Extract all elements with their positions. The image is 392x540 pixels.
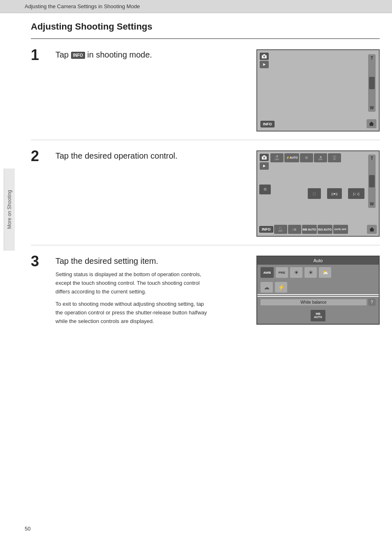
ctrl-face-detect[interactable]: ((●)) — [327, 188, 342, 199]
wb-option-awb[interactable]: AWB — [261, 267, 274, 278]
camera-screen-2: ↺ OFF ⚡AUTO ⊡ ⊕ OFF □□ 00 — [256, 150, 380, 237]
screen2-camera-icon — [260, 154, 269, 161]
page-title: Adjusting Shooting Settings — [31, 13, 380, 39]
screen2-zoom-indicator — [369, 175, 375, 187]
svg-marker-9 — [369, 227, 374, 232]
wb-option-tungsten[interactable]: ⚡ — [275, 282, 287, 293]
info-btn-screen1[interactable]: INFO — [261, 121, 274, 127]
wb-option-shade[interactable]: ☁ — [261, 282, 273, 293]
screen3-divider — [257, 295, 379, 296]
svg-point-2 — [263, 55, 265, 58]
camera-screen-1: T W INFO — [256, 49, 380, 132]
screen2-middle-row: ⬚ ((●)) [♪ ♩] — [259, 188, 367, 199]
top-bar-text: Adjusting the Camera Settings in Shootin… — [25, 3, 140, 9]
svg-point-7 — [263, 157, 265, 159]
step-2-row: 2 Tap the desired operation control. — [31, 140, 380, 245]
step-3-description: Setting status is displayed at the botto… — [55, 270, 212, 326]
step-2-content: Tap the desired operation control. — [55, 150, 248, 165]
ctrl-continuous[interactable]: □□ 00 — [328, 153, 341, 162]
step-2-image: ↺ OFF ⚡AUTO ⊡ ⊕ OFF □□ 00 — [256, 150, 380, 237]
screen2-left-icons — [260, 154, 269, 170]
ctrl-iso[interactable]: ISO AUTO — [318, 225, 332, 234]
main-content: Adjusting Shooting Settings 1 Tap INFO i… — [18, 13, 392, 355]
top-bar: Adjusting the Camera Settings in Shootin… — [0, 0, 392, 13]
zoom-indicator — [369, 77, 375, 89]
step-1-image: T W INFO — [256, 49, 380, 132]
page-number: 50 — [18, 526, 30, 532]
screen2-zoom-bar[interactable]: T W — [368, 155, 376, 208]
step-3-number: 3 — [31, 254, 47, 269]
wb-option-sunny[interactable]: ☀ — [290, 267, 302, 278]
wb-option-flash[interactable]: ☀ — [304, 267, 317, 278]
svg-rect-6 — [263, 155, 265, 157]
zoom-bar[interactable]: T W — [368, 54, 376, 112]
ctrl-touch-shoot[interactable]: ⊡ — [259, 185, 271, 194]
sidebar-label: More on Shooting — [4, 168, 15, 251]
ctrl-sound[interactable]: [♪ ♩] — [348, 188, 364, 199]
screen2-zoom-w: W — [370, 202, 374, 206]
screen3-header: Auto — [257, 256, 379, 265]
ctrl-live-view[interactable]: ⬚ — [308, 188, 321, 199]
step-3-title: Tap the desired setting item. — [55, 256, 248, 266]
step-3-content: Tap the desired setting item. Setting st… — [55, 256, 248, 330]
step-1-row: 1 Tap INFO in shooting mode. — [31, 39, 380, 140]
screen3-label-text: White balance — [261, 299, 367, 305]
wb-auto-selected[interactable]: WBAUTO — [311, 310, 325, 321]
ctrl-flash[interactable]: ⚡AUTO — [284, 153, 299, 162]
zoom-t-label: T — [371, 56, 373, 60]
svg-rect-1 — [263, 54, 265, 55]
play-icon — [260, 61, 269, 68]
screen3-icons-row1: AWB PRE ☀ ☀ ⛅ — [257, 265, 379, 280]
camera-screen-3: Auto AWB PRE ☀ ☀ ⛅ — [256, 256, 380, 325]
info-button-icon: INFO — [71, 52, 85, 59]
sidebar: More on Shooting — [0, 25, 18, 540]
camera-icon — [260, 53, 269, 60]
screen2-zoom-t: T — [371, 156, 373, 161]
step-2-title: Tap the desired operation control. — [55, 150, 248, 161]
svg-marker-8 — [263, 165, 266, 168]
step-1-content: Tap INFO in shooting mode. — [55, 49, 248, 64]
screen1-left-icons — [260, 53, 269, 68]
step-1-title: Tap INFO in shooting mode. — [55, 49, 248, 60]
screen3-bottom: WBAUTO — [257, 307, 379, 324]
step-1-number: 1 — [31, 48, 47, 62]
ctrl-date[interactable]: DATE OFF — [333, 225, 348, 234]
screen3-help-btn[interactable]: ? — [368, 298, 376, 306]
screen3-label-bar: White balance ? — [257, 297, 379, 307]
step-3-row: 3 Tap the desired setting item. Setting … — [31, 245, 380, 338]
wb-option-cloudy[interactable]: ⛅ — [319, 267, 331, 278]
ctrl-metering[interactable]: ⊕ OFF — [314, 153, 327, 162]
svg-marker-3 — [263, 63, 266, 66]
screen2-home-btn[interactable] — [367, 225, 377, 234]
ctrl-bottom-2[interactable]: □S — [288, 225, 301, 234]
step-3-image: Auto AWB PRE ☀ ☀ ⛅ — [256, 256, 380, 325]
screen3-icons-row2: ☁ ⚡ — [257, 280, 379, 294]
zoom-w-label: W — [370, 106, 374, 110]
camera-icon-group — [260, 53, 269, 68]
screen2-top-controls: ↺ OFF ⚡AUTO ⊡ ⊕ OFF □□ 00 — [270, 153, 367, 162]
ctrl-wb[interactable]: WB AUTO — [302, 225, 317, 234]
screen2-play-icon — [260, 162, 269, 170]
screen2-info-btn[interactable]: INFO — [259, 226, 273, 233]
ctrl-bottom-1[interactable]: ⬚ OFF — [274, 225, 287, 234]
ctrl-self-timer[interactable]: ↺ OFF — [270, 153, 284, 162]
wb-option-pre[interactable]: PRE — [276, 267, 288, 278]
home-btn-screen1[interactable] — [367, 119, 376, 128]
svg-marker-4 — [369, 122, 374, 126]
screen2-bottom-row: INFO ⬚ OFF □S WB AUTO ISO AUTO — [259, 225, 377, 234]
ctrl-focus[interactable]: ⊡ — [300, 153, 313, 162]
step-2-number: 2 — [31, 149, 47, 164]
